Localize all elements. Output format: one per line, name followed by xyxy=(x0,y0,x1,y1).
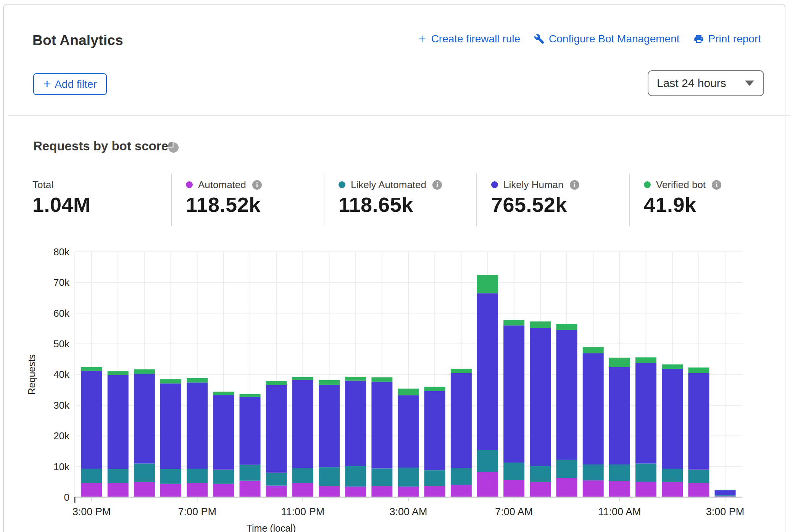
bar-segment-likely-human[interactable] xyxy=(635,363,656,464)
bar-segment-likely-human[interactable] xyxy=(371,382,392,469)
bar-segment-verified-bot[interactable] xyxy=(503,320,524,326)
bar-segment-verified-bot[interactable] xyxy=(240,394,261,397)
bar-segment-likely-automated[interactable] xyxy=(556,460,577,478)
bar-segment-automated[interactable] xyxy=(266,485,287,497)
bar-segment-likely-human[interactable] xyxy=(134,374,155,464)
bar-segment-verified-bot[interactable] xyxy=(371,377,392,382)
bar-segment-verified-bot[interactable] xyxy=(424,387,445,391)
bar-segment-likely-automated[interactable] xyxy=(213,470,234,484)
bar-segment-likely-automated[interactable] xyxy=(134,464,155,482)
bar-segment-likely-human[interactable] xyxy=(715,490,736,496)
bar-segment-likely-human[interactable] xyxy=(213,395,234,469)
create-firewall-rule-link[interactable]: Create firewall rule xyxy=(417,33,520,45)
configure-bot-management-link[interactable]: Configure Bot Management xyxy=(534,33,679,45)
bar-segment-verified-bot[interactable] xyxy=(187,378,208,382)
add-filter-button[interactable]: + Add filter xyxy=(33,73,107,95)
bar-segment-automated[interactable] xyxy=(635,482,656,497)
bar-segment-likely-automated[interactable] xyxy=(715,495,736,496)
bar-segment-likely-human[interactable] xyxy=(187,382,208,469)
bar-segment-likely-human[interactable] xyxy=(345,380,366,466)
bar-segment-automated[interactable] xyxy=(477,472,498,497)
bar-segment-likely-human[interactable] xyxy=(451,373,472,468)
bar-segment-automated[interactable] xyxy=(240,481,261,497)
bar-segment-likely-automated[interactable] xyxy=(319,467,340,486)
info-icon[interactable]: i xyxy=(712,180,721,190)
bar-segment-automated[interactable] xyxy=(451,485,472,497)
bar-segment-automated[interactable] xyxy=(662,482,683,497)
bar-segment-likely-automated[interactable] xyxy=(240,465,261,481)
bar-segment-verified-bot[interactable] xyxy=(398,389,419,395)
bar-segment-likely-automated[interactable] xyxy=(345,466,366,487)
bar-segment-verified-bot[interactable] xyxy=(81,367,102,371)
bar-segment-likely-human[interactable] xyxy=(319,385,340,467)
bar-segment-likely-automated[interactable] xyxy=(451,468,472,485)
bar-segment-automated[interactable] xyxy=(81,483,102,497)
bar-segment-likely-human[interactable] xyxy=(266,385,287,473)
bar-segment-likely-human[interactable] xyxy=(81,371,102,469)
bar-segment-likely-automated[interactable] xyxy=(688,470,709,483)
bar-segment-verified-bot[interactable] xyxy=(635,357,656,363)
bar-segment-likely-automated[interactable] xyxy=(424,470,445,486)
bar-segment-automated[interactable] xyxy=(688,483,709,497)
bar-segment-verified-bot[interactable] xyxy=(451,369,472,373)
bar-segment-likely-human[interactable] xyxy=(530,328,551,466)
bar-segment-likely-human[interactable] xyxy=(583,353,604,464)
bar-segment-likely-automated[interactable] xyxy=(371,468,392,486)
bar-segment-likely-automated[interactable] xyxy=(160,469,181,484)
bar-segment-likely-automated[interactable] xyxy=(398,468,419,487)
bar-segment-verified-bot[interactable] xyxy=(530,321,551,328)
bar-segment-automated[interactable] xyxy=(424,486,445,497)
bar-segment-likely-human[interactable] xyxy=(556,330,577,460)
bar-segment-likely-human[interactable] xyxy=(688,373,709,469)
bar-segment-likely-automated[interactable] xyxy=(609,464,630,481)
bar-segment-likely-automated[interactable] xyxy=(292,468,313,483)
bar-segment-likely-automated[interactable] xyxy=(81,469,102,483)
bar-segment-verified-bot[interactable] xyxy=(583,347,604,353)
bar-segment-automated[interactable] xyxy=(319,486,340,497)
bar-segment-likely-human[interactable] xyxy=(240,397,261,465)
bar-segment-likely-human[interactable] xyxy=(108,375,129,469)
bar-segment-automated[interactable] xyxy=(160,484,181,497)
bar-segment-likely-human[interactable] xyxy=(503,326,524,463)
bar-segment-likely-automated[interactable] xyxy=(662,469,683,482)
bar-segment-likely-automated[interactable] xyxy=(477,450,498,472)
bar-segment-automated[interactable] xyxy=(530,482,551,497)
bar-segment-likely-automated[interactable] xyxy=(187,469,208,483)
info-icon[interactable]: i xyxy=(570,180,579,190)
bar-segment-likely-automated[interactable] xyxy=(530,466,551,482)
bar-segment-verified-bot[interactable] xyxy=(292,377,313,380)
bar-segment-verified-bot[interactable] xyxy=(715,490,736,490)
bar-segment-automated[interactable] xyxy=(503,480,524,497)
bar-segment-verified-bot[interactable] xyxy=(266,381,287,385)
bar-segment-verified-bot[interactable] xyxy=(345,377,366,380)
bar-segment-verified-bot[interactable] xyxy=(477,275,498,293)
bar-segment-likely-human[interactable] xyxy=(160,384,181,469)
bar-segment-likely-human[interactable] xyxy=(477,293,498,450)
bar-segment-automated[interactable] xyxy=(292,483,313,497)
bar-segment-automated[interactable] xyxy=(398,487,419,497)
bar-segment-likely-human[interactable] xyxy=(398,395,419,468)
bar-segment-automated[interactable] xyxy=(187,483,208,497)
bar-segment-automated[interactable] xyxy=(609,481,630,497)
bar-segment-verified-bot[interactable] xyxy=(213,392,234,395)
bar-segment-verified-bot[interactable] xyxy=(160,379,181,383)
bar-segment-verified-bot[interactable] xyxy=(134,369,155,374)
bar-segment-likely-automated[interactable] xyxy=(503,463,524,480)
bar-segment-automated[interactable] xyxy=(371,486,392,497)
bar-segment-automated[interactable] xyxy=(556,478,577,497)
bar-segment-likely-automated[interactable] xyxy=(583,464,604,480)
bar-segment-likely-automated[interactable] xyxy=(108,469,129,483)
bar-segment-likely-human[interactable] xyxy=(424,391,445,470)
bar-segment-verified-bot[interactable] xyxy=(662,364,683,369)
bar-segment-verified-bot[interactable] xyxy=(108,371,129,375)
bar-segment-likely-human[interactable] xyxy=(609,367,630,464)
bar-segment-automated[interactable] xyxy=(213,484,234,497)
info-icon[interactable]: i xyxy=(432,180,442,190)
bar-segment-automated[interactable] xyxy=(134,482,155,497)
bar-segment-automated[interactable] xyxy=(583,480,604,497)
bar-segment-likely-automated[interactable] xyxy=(266,473,287,486)
bar-segment-likely-automated[interactable] xyxy=(635,464,656,482)
print-report-link[interactable]: Print report xyxy=(693,33,761,45)
info-icon[interactable]: i xyxy=(252,180,262,190)
bar-segment-verified-bot[interactable] xyxy=(688,368,709,373)
